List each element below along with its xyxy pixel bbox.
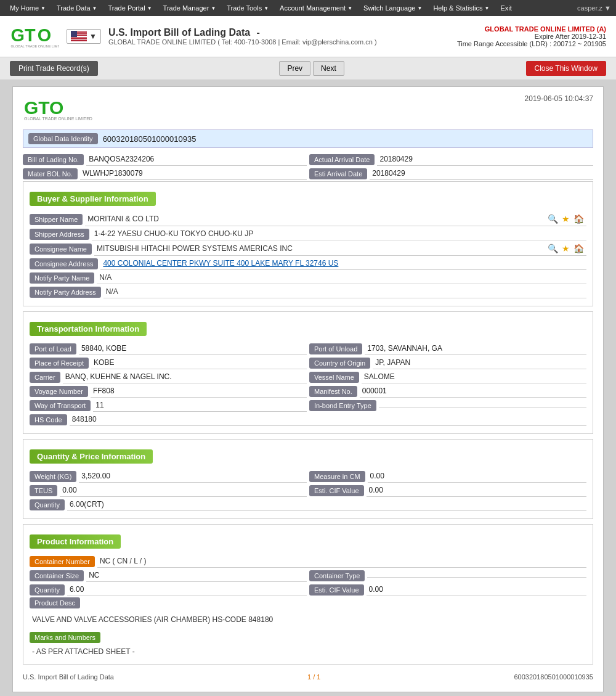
nav-help-statistics-arrow: ▼ — [484, 6, 489, 11]
consignee-name-row: Consignee Name MITSUBISHI HITACHI POWER … — [30, 242, 586, 256]
container-number-value: NC ( CN / L / ) — [97, 555, 586, 568]
nav-trade-manager-arrow: ▼ — [211, 6, 216, 11]
shipper-name-label: Shipper Name — [30, 214, 83, 225]
nav-trade-manager[interactable]: Trade Manager ▼ — [158, 2, 221, 14]
inbond-entry-value — [379, 403, 586, 407]
record-header: GTO GLOBAL TRADE ONLINE LIMITED 2019-06-… — [23, 94, 593, 122]
toolbar-top: Print Trade Record(s) Prev Next Close Th… — [0, 57, 616, 80]
quantity-value: 6.00(CRT) — [67, 498, 586, 511]
quantity-section-title: Quantity & Price Information — [30, 449, 153, 464]
bol-value: BANQOSA2324206 — [86, 153, 307, 166]
buyer-supplier-section: Buyer & Supplier Information Shipper Nam… — [23, 181, 593, 306]
measure-half: Measure in CM 0.00 — [309, 470, 586, 483]
nav-account-management-label: Account Management — [280, 4, 346, 12]
manifest-no-label: Manifest No. — [309, 386, 357, 397]
consignee-home-icon[interactable]: 🏠 — [573, 244, 584, 253]
esti-cif-half: Esti. CIF Value 0.00 — [309, 484, 586, 497]
place-of-receipt-value: KOBE — [91, 356, 307, 369]
global-data-identity-label: Global Data Identity — [28, 133, 98, 144]
svg-text:GTO: GTO — [24, 97, 63, 118]
account-company: GLOBAL TRADE ONLINE LIMITED (A) — [457, 25, 606, 33]
vessel-half: Vessel Name SALOME — [309, 371, 586, 383]
transport-inbond-row: Way of Transport 11 In-bond Entry Type — [30, 399, 586, 412]
next-button[interactable]: Next — [313, 61, 344, 76]
teus-value: 0.00 — [60, 484, 307, 497]
nav-help-statistics[interactable]: Help & Statistics ▼ — [428, 2, 494, 14]
nav-trade-tools[interactable]: Trade Tools ▼ — [222, 2, 274, 14]
nav-trade-data-arrow: ▼ — [92, 6, 97, 11]
nav-account-management-arrow: ▼ — [347, 6, 352, 11]
consignee-name-value: MITSUBISHI HITACHI POWER SYSTEMS AMERICA… — [94, 242, 586, 256]
close-window-button[interactable]: Close This Window — [526, 61, 606, 76]
header-left: G T O GLOBAL TRADE ONLINE LIMITED ▼ U.S.… — [10, 21, 377, 52]
user-info: casper.z ▼ — [577, 4, 611, 12]
inbond-entry-label: In-bond Entry Type — [309, 400, 376, 411]
consignee-search-icon[interactable]: 🔍 — [548, 244, 558, 253]
shipper-search-icon[interactable]: 🔍 — [548, 214, 558, 224]
actual-arrival-label: Actual Arrival Date — [309, 154, 375, 165]
container-type-half: Container Type — [309, 569, 586, 582]
container-size-label: Container Size — [30, 570, 84, 581]
voyage-number-label: Voyage Number — [30, 386, 88, 397]
quantity-row: Quantity 6.00(CRT) — [30, 498, 586, 511]
nav-trade-data[interactable]: Trade Data ▼ — [52, 2, 102, 14]
port-of-unload-label: Port of Unload — [309, 343, 362, 354]
transportation-section: Transportation Information Port of Load … — [23, 311, 593, 434]
nav-my-home-arrow: ▼ — [41, 6, 46, 11]
nav-help-statistics-label: Help & Statistics — [433, 4, 482, 12]
nav-switch-language[interactable]: Switch Language ▼ — [359, 2, 427, 14]
port-of-load-label: Port of Load — [30, 343, 76, 354]
toolbar-right: Close This Window — [526, 61, 606, 76]
product-quantity-label: Quantity — [30, 584, 65, 596]
hs-code-value: 848180 — [70, 413, 586, 426]
bol-half: Bill of Lading No. BANQOSA2324206 — [23, 153, 307, 166]
global-data-identity-value: 600320180501000010935 — [103, 134, 197, 144]
nav-switch-language-label: Switch Language — [363, 4, 415, 12]
nav-trade-portal-arrow: ▼ — [147, 6, 152, 11]
nav-trade-portal[interactable]: Trade Portal ▼ — [103, 2, 157, 14]
product-section: Product Information Container Number NC … — [23, 524, 593, 665]
place-receipt-half: Place of Receipt KOBE — [30, 356, 307, 369]
teus-half: TEUS 0.00 — [30, 484, 307, 497]
way-of-transport-label: Way of Transport — [30, 400, 91, 411]
header: G T O GLOBAL TRADE ONLINE LIMITED ▼ U.S.… — [0, 16, 616, 57]
header-right: GLOBAL TRADE ONLINE LIMITED (A) Expire A… — [457, 25, 606, 47]
svg-text:G: G — [11, 25, 25, 45]
esti-cif-label: Esti. CIF Value — [309, 485, 364, 496]
way-of-transport-value: 11 — [93, 399, 307, 412]
voyage-manifest-row: Voyage Number FF808 Manifest No. 000001 — [30, 385, 586, 398]
container-size-half: Container Size NC — [30, 569, 307, 582]
bol-label: Bill of Lading No. — [23, 154, 84, 165]
container-number-row: Container Number NC ( CN / L / ) — [30, 555, 586, 568]
product-quantity-value: 6.00 — [67, 583, 307, 596]
nav-my-home[interactable]: My Home ▼ — [5, 2, 51, 14]
consignee-star-icon[interactable]: ★ — [562, 244, 570, 253]
product-cif-value: 0.00 — [367, 583, 586, 596]
us-flag-icon — [71, 31, 87, 42]
port-of-load-value: 58840, KOBE — [79, 342, 307, 355]
nav-exit[interactable]: Exit — [495, 2, 516, 14]
mater-bol-esti-row: Mater BOL No. WLWHJP1830079 Esti Arrival… — [23, 167, 593, 180]
shipper-star-icon[interactable]: ★ — [562, 214, 570, 224]
product-desc-label: Product Desc — [30, 597, 80, 608]
expire-label: Expire After 2019-12-31 — [457, 33, 606, 40]
transportation-section-title: Transportation Information — [30, 322, 147, 336]
svg-text:T: T — [25, 25, 36, 45]
shipper-name-value: MORITANI & CO LTD 🔍 ★ 🏠 — [85, 212, 586, 226]
weight-measure-row: Weight (KG) 3,520.00 Measure in CM 0.00 — [30, 470, 586, 483]
prev-button[interactable]: Prev — [279, 61, 310, 76]
nav-account-management[interactable]: Account Management ▼ — [275, 2, 357, 14]
toolbar-left: Print Trade Record(s) — [10, 61, 98, 76]
print-button[interactable]: Print Trade Record(s) — [10, 61, 98, 76]
container-type-value — [367, 573, 586, 578]
place-country-row: Place of Receipt KOBE Country of Origin … — [30, 356, 586, 369]
port-of-unload-value: 1703, SAVANNAH, GA — [365, 342, 586, 355]
consignee-address-label: Consignee Address — [30, 258, 98, 269]
flag-selector[interactable]: ▼ — [67, 29, 101, 44]
shipper-home-icon[interactable]: 🏠 — [573, 214, 584, 224]
consignee-name-label: Consignee Name — [30, 244, 92, 255]
record-card: GTO GLOBAL TRADE ONLINE LIMITED 2019-06-… — [12, 86, 604, 692]
inbond-half: In-bond Entry Type — [309, 399, 586, 412]
toolbar-nav: Prev Next — [279, 61, 344, 76]
country-origin-half: Country of Origin JP, JAPAN — [309, 356, 586, 369]
